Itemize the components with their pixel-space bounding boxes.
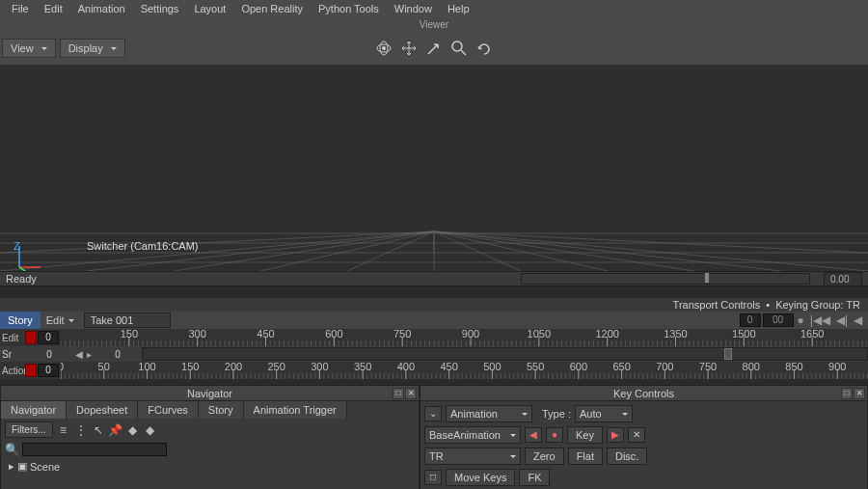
tr-dropdown[interactable]: TR xyxy=(424,448,521,465)
scrub-handle[interactable] xyxy=(724,348,732,360)
svg-text:300: 300 xyxy=(188,329,205,340)
svg-text:650: 650 xyxy=(612,362,630,372)
filters-button[interactable]: Filters... xyxy=(5,421,53,438)
kc-collapse-icon[interactable]: ⌄ xyxy=(424,406,442,421)
edit-start-marker[interactable] xyxy=(25,331,37,344)
nav-fwd-icon[interactable]: ◆ xyxy=(144,423,157,437)
tab-fcurves[interactable]: FCurves xyxy=(138,401,199,419)
navigator-close-icon[interactable]: ✕ xyxy=(405,388,417,399)
tc-frame-0[interactable]: 0 xyxy=(740,313,761,327)
prev-key-icon[interactable]: ◀ xyxy=(73,349,85,360)
svg-text:1500: 1500 xyxy=(732,329,755,340)
zero-button[interactable]: Zero xyxy=(525,448,564,465)
svg-text:Z: Z xyxy=(14,242,20,252)
edit-ruler[interactable]: 1503004506007509001050120013501500165018… xyxy=(61,329,868,346)
status-bar: Ready 0.00 xyxy=(0,271,868,286)
view-dropdown[interactable]: View xyxy=(2,39,56,58)
tab-navigator[interactable]: Navigator xyxy=(1,401,67,419)
action-start-marker[interactable] xyxy=(25,364,37,377)
scene-tree-root[interactable]: ▸ ▣ Scene xyxy=(1,458,419,475)
menu-window[interactable]: Window xyxy=(387,1,440,16)
next-key-button[interactable]: ▶ xyxy=(607,427,624,443)
navigator-maximize-icon[interactable]: □ xyxy=(393,388,404,399)
svg-text:300: 300 xyxy=(311,362,328,372)
key-controls-title: Key Controls xyxy=(613,388,674,399)
disc-button[interactable]: Disc. xyxy=(607,448,647,465)
search-icon: 🔍 xyxy=(5,443,18,456)
menu-layout[interactable]: Layout xyxy=(186,1,233,16)
svg-text:1650: 1650 xyxy=(800,329,824,340)
orbit-icon[interactable] xyxy=(375,40,393,57)
key-marker-icon[interactable]: ▸ xyxy=(85,349,94,360)
viewer-tool-icons xyxy=(375,40,493,57)
expand-icon[interactable]: ▸ xyxy=(9,460,14,473)
story-tab[interactable]: Story xyxy=(0,312,41,329)
status-text: Ready xyxy=(6,273,37,285)
fk-button[interactable]: FK xyxy=(519,469,550,486)
zoom-icon[interactable] xyxy=(450,40,468,57)
scene-icon: ▣ xyxy=(17,460,27,473)
pan-icon[interactable] xyxy=(400,40,418,57)
nav-back-icon[interactable]: ◆ xyxy=(126,423,140,437)
svg-text:450: 450 xyxy=(440,362,457,372)
menu-animation[interactable]: Animation xyxy=(70,1,133,16)
dolly-icon[interactable] xyxy=(425,40,443,57)
svg-text:750: 750 xyxy=(699,362,717,372)
svg-text:500: 500 xyxy=(483,362,501,372)
action-zero-box[interactable]: 0 xyxy=(38,364,59,377)
move-keys-button[interactable]: Move Keys xyxy=(446,469,515,486)
svg-text:550: 550 xyxy=(527,362,544,372)
type-dropdown[interactable]: Auto xyxy=(575,405,633,422)
scrub-track[interactable] xyxy=(142,347,868,361)
display-dropdown[interactable]: Display xyxy=(60,39,125,58)
key-button[interactable]: Key xyxy=(567,426,603,444)
tab-story[interactable]: Story xyxy=(199,401,244,419)
viewport-3d[interactable]: Z Switcher (Cam16:CAM) xyxy=(0,65,868,271)
menu-python-tools[interactable]: Python Tools xyxy=(311,1,387,16)
key-controls-panel: Key Controls □✕ ⌄ Animation Type : Auto … xyxy=(420,385,868,489)
kc-maximize-icon[interactable]: □ xyxy=(841,388,853,399)
kc-close-icon[interactable]: ✕ xyxy=(854,388,865,399)
play-back-icon[interactable]: ◀ xyxy=(852,313,864,327)
dark-spacer xyxy=(0,286,868,298)
menu-settings[interactable]: Settings xyxy=(133,1,187,16)
type-label: Type : xyxy=(542,408,571,420)
prev-key-button[interactable]: ◀ xyxy=(525,427,542,443)
tc-frame-1[interactable]: 00 xyxy=(763,313,794,327)
scrub-left-val: 0 xyxy=(25,349,73,360)
scene-label: Scene xyxy=(30,461,60,473)
layer-dropdown[interactable]: BaseAnimation xyxy=(424,426,521,444)
undo-view-icon[interactable] xyxy=(475,40,493,57)
keying-group-label: Keying Group: TR xyxy=(775,299,860,311)
goto-start-icon[interactable]: |◀◀ xyxy=(808,313,832,327)
step-back-icon[interactable]: ◀| xyxy=(834,313,850,327)
svg-text:700: 700 xyxy=(656,362,673,372)
set-key-indicator[interactable]: ● xyxy=(546,427,563,443)
status-slider[interactable] xyxy=(521,273,810,285)
pin-icon[interactable]: 📌 xyxy=(109,423,122,437)
menu-help[interactable]: Help xyxy=(440,1,477,16)
animation-dropdown[interactable]: Animation xyxy=(446,405,532,422)
menu-file[interactable]: File xyxy=(4,1,37,16)
tab-animation-trigger[interactable]: Animation Trigger xyxy=(244,401,347,419)
menu-open-reality[interactable]: Open Reality xyxy=(233,1,311,16)
menu-edit[interactable]: Edit xyxy=(37,1,70,16)
svg-text:850: 850 xyxy=(785,362,802,372)
checkbox-move[interactable]: □ xyxy=(424,470,442,485)
svg-text:100: 100 xyxy=(138,362,155,372)
options-icon[interactable]: ⋮ xyxy=(74,423,88,437)
tab-dopesheet[interactable]: Dopesheet xyxy=(67,401,138,419)
edit-zero-box[interactable]: 0 xyxy=(38,331,59,344)
record-icon[interactable]: ● xyxy=(796,313,806,327)
list-view-icon[interactable]: ≡ xyxy=(57,423,70,437)
svg-text:900: 900 xyxy=(462,329,479,340)
cursor-icon[interactable]: ↖ xyxy=(92,423,105,437)
svg-text:50: 50 xyxy=(98,362,110,372)
delete-key-button[interactable]: ✕ xyxy=(628,427,645,443)
search-input[interactable] xyxy=(22,443,167,456)
action-ruler[interactable]: 0501001502002503003504004505005506006507… xyxy=(61,362,868,379)
take-field[interactable]: Take 001 xyxy=(84,312,171,328)
scrub-label: Sr xyxy=(0,349,25,360)
flat-button[interactable]: Flat xyxy=(568,448,603,465)
story-edit-dropdown[interactable]: Edit xyxy=(41,312,80,328)
